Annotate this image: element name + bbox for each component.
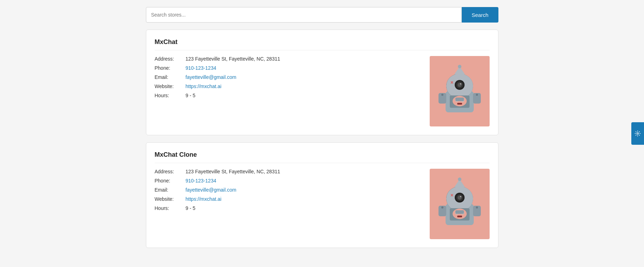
side-panel-button[interactable] [631,122,644,145]
store-image-0: × [430,56,490,126]
address-value-1: 123 Fayetteville St, Fayetteville, NC, 2… [183,169,280,174]
hours-value-0: 9 - 5 [183,93,196,98]
svg-point-32 [460,196,461,197]
website-value-0[interactable]: https://mxchat.ai [183,83,222,89]
store-card-0: MxChat Address: 123 Fayetteville St, Fay… [146,30,498,135]
svg-rect-20 [455,98,464,101]
email-label-0: Email: [155,74,183,80]
search-button[interactable]: Search [462,7,498,23]
svg-point-22 [476,94,478,96]
store-card-1: MxChat Clone Address: 123 Fayetteville S… [146,142,498,248]
hours-row-0: Hours: 9 - 5 [155,93,423,98]
store-content-0: Address: 123 Fayetteville St, Fayettevil… [155,56,490,126]
svg-rect-19 [457,103,462,105]
search-input[interactable] [146,7,462,23]
svg-point-44 [441,206,443,209]
svg-point-12 [458,65,461,68]
store-name-0: MxChat [155,38,490,50]
store-details-1: Address: 123 Fayetteville St, Fayettevil… [155,169,423,215]
hours-label-0: Hours: [155,93,183,98]
email-row-1: Email: fayetteville@gmail.com [155,187,423,193]
email-value-1[interactable]: fayetteville@gmail.com [183,187,237,193]
store-details-0: Address: 123 Fayetteville St, Fayettevil… [155,56,423,102]
store-content-1: Address: 123 Fayetteville St, Fayettevil… [155,169,490,239]
svg-rect-42 [457,216,462,217]
phone-label-1: Phone: [155,178,183,184]
svg-point-35 [458,178,461,181]
email-row-0: Email: fayetteville@gmail.com [155,74,423,80]
svg-point-46 [637,133,639,135]
phone-label-0: Phone: [155,65,183,71]
settings-icon [634,130,641,137]
address-value-0: 123 Fayetteville St, Fayetteville, NC, 2… [183,56,280,62]
website-value-1[interactable]: https://mxchat.ai [183,196,222,202]
website-label-0: Website: [155,83,183,89]
address-row-1: Address: 123 Fayetteville St, Fayettevil… [155,169,423,174]
website-label-1: Website: [155,196,183,202]
svg-text:×: × [450,80,453,85]
phone-value-0[interactable]: 910-123-1234 [183,65,216,71]
phone-row-1: Phone: 910-123-1234 [155,178,423,184]
address-label-1: Address: [155,169,183,174]
hours-row-1: Hours: 9 - 5 [155,205,423,211]
stores-container: MxChat Address: 123 Fayetteville St, Fay… [146,30,498,255]
website-row-1: Website: https://mxchat.ai [155,196,423,202]
svg-point-21 [441,94,443,96]
svg-rect-43 [455,210,464,214]
website-row-0: Website: https://mxchat.ai [155,83,423,89]
email-label-1: Email: [155,187,183,193]
address-label-0: Address: [155,56,183,62]
store-name-1: MxChat Clone [155,151,490,163]
robot-illustration-0: × [435,60,484,123]
email-value-0[interactable]: fayetteville@gmail.com [183,74,237,80]
store-image-1: × [430,169,490,239]
search-bar-container: Search [146,7,498,23]
svg-point-9 [460,83,461,85]
address-row-0: Address: 123 Fayetteville St, Fayettevil… [155,56,423,62]
hours-value-1: 9 - 5 [183,205,196,211]
phone-row-0: Phone: 910-123-1234 [155,65,423,71]
svg-text:×: × [450,192,453,198]
phone-value-1[interactable]: 910-123-1234 [183,178,216,184]
page-wrapper: Search MxChat Address: 123 Fayetteville … [0,0,644,262]
robot-illustration-1: × [435,172,484,236]
hours-label-1: Hours: [155,205,183,211]
svg-point-45 [476,206,478,209]
